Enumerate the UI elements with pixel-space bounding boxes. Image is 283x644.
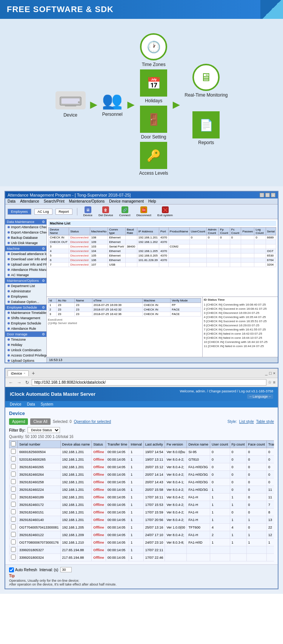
nav-back-btn[interactable]: ← [8, 380, 14, 386]
sidebar-download-user[interactable]: Download user info and Fp [5, 257, 46, 262]
sidebar-data-header[interactable]: Data Maintenance ⚙ [5, 219, 46, 224]
log-row-0[interactable]: 123232018-07-25 16:09:39CHECK INFP [48, 303, 201, 307]
language-btn[interactable]: -- Language -- [247, 394, 273, 399]
sidebar-export[interactable]: Export Attendance Checking Data [5, 230, 46, 235]
iclock-row-14[interactable]: 3399201800324217.65.194.88Offline00:00:1… [9, 554, 274, 561]
sidebar-employees[interactable]: Employees [5, 294, 46, 299]
iclock-row-12[interactable]: OGT70800067073000176192.168.1.210Offline… [9, 539, 274, 546]
sidebar-usb[interactable]: Usb Disk Manage [5, 240, 46, 246]
sidebar-dept[interactable]: Department List [5, 283, 46, 289]
close-btn[interactable]: × [271, 193, 275, 197]
menu-icon[interactable]: ≡ [273, 380, 275, 385]
nav-forward-btn[interactable]: → [16, 380, 23, 386]
sidebar-upload-user[interactable]: Upload user info and FP [5, 262, 46, 267]
nav-device[interactable]: Device [10, 402, 22, 406]
sidebar-import[interactable]: Import Attendance Checking Data [5, 224, 46, 230]
iclock-cb-12[interactable] [9, 539, 18, 546]
sidebar-access-priv[interactable]: Access Control Privilege [5, 353, 46, 358]
iclock-row-13[interactable]: 3399201805327217.65.194.88Offline00:00:1… [9, 546, 274, 554]
sidebar-unlock[interactable]: Unlock Combination [5, 347, 46, 353]
btn-exit-system[interactable]: ❌ Exit system [156, 206, 174, 218]
browser-maximize[interactable]: □ [269, 371, 272, 375]
interval-input[interactable] [60, 567, 72, 572]
iclock-row-7[interactable]: 3929182460172192.168.1.201Offline00:00:1… [9, 501, 274, 509]
iclock-cb-9[interactable] [9, 516, 18, 524]
sidebar-admin[interactable]: Administrator [5, 289, 46, 294]
sidebar-timetables[interactable]: Maintenance Timetables [5, 310, 46, 315]
nav-data[interactable]: Data [27, 402, 35, 406]
sidebar-timezone[interactable]: Timezone [5, 337, 46, 342]
sidebar-door-header[interactable]: Door manage ⚙ [5, 332, 46, 337]
log-row-1[interactable]: 223232018-07-25 16:42:32CHECK INFACE [48, 307, 201, 312]
nav-refresh-btn[interactable]: ↻ [24, 380, 30, 386]
sidebar-ac-manage[interactable]: AC Manage [5, 272, 46, 278]
iclock-cb-4[interactable] [9, 478, 18, 486]
iclock-cb-14[interactable] [9, 554, 18, 561]
sidebar-download-logs[interactable]: Download attendance logs [5, 251, 46, 257]
browser-tab-device[interactable]: iDevice × [8, 370, 29, 376]
sidebar-backup[interactable]: Backup Database [5, 235, 46, 240]
append-btn[interactable]: Append [9, 418, 28, 425]
tab-report[interactable]: Report [55, 209, 72, 215]
menu-help[interactable]: Help [148, 199, 156, 203]
iclock-row-11[interactable]: 3929182460122192.168.1.209Offline00:00:1… [9, 531, 274, 539]
sidebar-machine-header[interactable]: Machine ⚙ [5, 246, 46, 251]
iclock-row-10[interactable]: OGT70400570413300081192.168.1.205Offline… [9, 524, 274, 531]
select-all-cb[interactable] [11, 441, 16, 446]
iclock-cb-1[interactable] [9, 456, 18, 463]
iclock-row-5[interactable]: 3929182460224192.168.1.201Offline00:00:1… [9, 486, 274, 493]
machine-row-1[interactable]: CHECK OUTDisconnected109Ethernet192.168.… [49, 240, 276, 244]
iclock-cb-5[interactable] [9, 486, 18, 493]
star-icon[interactable]: ☆ [268, 380, 272, 385]
clear-all-btn[interactable]: Clear All [30, 418, 50, 425]
iclock-cb-2[interactable] [9, 463, 18, 471]
machine-row-2[interactable]: 3Disconnected103Serial Port/38400COM2 [49, 244, 276, 249]
sidebar-db-option[interactable]: Database Option... [5, 299, 46, 304]
iclock-cb-11[interactable] [9, 531, 18, 539]
browser-url-input[interactable] [32, 379, 266, 386]
sidebar-maintenance-header[interactable]: Maintenance/Options ⚙ [5, 278, 46, 283]
sidebar-upload-options[interactable]: Upload Options [5, 358, 46, 363]
sidebar-att-rule[interactable]: Attendance Rule [5, 326, 46, 331]
browser-tab-close-icon[interactable]: × [24, 372, 26, 375]
iclock-row-4[interactable]: 3929182460258192.168.1.201Offline00:00:1… [9, 478, 274, 486]
iclock-row-3[interactable]: 3929182460264192.168.1.201Offline00:00:1… [9, 471, 274, 478]
iclock-cb-6[interactable] [9, 493, 18, 501]
menu-maintenance[interactable]: Maintenance/Options [69, 199, 105, 203]
btn-del-device[interactable]: 🗑 Del Device [97, 206, 115, 218]
sidebar-photo-mgmt[interactable]: Attendance Photo Management [5, 267, 46, 272]
iclock-row-1[interactable]: 52031824600265192.168.1.201Offline00:00:… [9, 456, 274, 463]
machine-row-6[interactable]: 7Disconnected107USB3204 [49, 263, 276, 267]
iclock-cb-10[interactable] [9, 524, 18, 531]
tab-ac-log[interactable]: AC Log [34, 209, 52, 215]
tab-employees[interactable]: Employees [8, 209, 31, 215]
iclock-cb-3[interactable] [9, 471, 18, 478]
menu-device-mgmt[interactable]: Device management [109, 199, 144, 203]
browser-minimize[interactable]: _ [265, 371, 268, 375]
new-tab-icon[interactable]: + [30, 370, 36, 376]
filter-select[interactable]: Device Status [28, 427, 60, 433]
style-table[interactable]: Table style [256, 420, 274, 424]
iclock-row-0[interactable]: 66691825600504192.168.1.201Offline00:00:… [9, 448, 274, 456]
iclock-cb-0[interactable] [9, 448, 18, 456]
maximize-btn[interactable]: □ [265, 193, 270, 197]
iclock-cb-8[interactable] [9, 509, 18, 516]
iclock-row-6[interactable]: 3929182460189192.168.1.201Offline00:00:1… [9, 493, 274, 501]
browser-close[interactable]: × [273, 371, 275, 375]
minimize-btn[interactable]: _ [260, 193, 264, 197]
sidebar-schedule-header[interactable]: Employee Schedule ⚙ [5, 305, 46, 310]
sidebar-shifts[interactable]: Shifts Management [5, 315, 46, 321]
style-list[interactable]: List style [239, 420, 254, 424]
menu-data[interactable]: Data [8, 199, 15, 203]
nav-system[interactable]: System [41, 402, 53, 406]
btn-device[interactable]: 🖥 Device [82, 206, 94, 218]
menu-search-print[interactable]: Search/Print [44, 199, 65, 203]
sidebar-holiday[interactable]: Holiday [5, 342, 46, 347]
iclock-cb-13[interactable] [9, 546, 18, 554]
machine-row-4[interactable]: 5Disconnected105Ethernet192.168.0.205437… [49, 254, 276, 258]
machine-row-0[interactable]: CHECK INDisconnected108Ethernet192.168.1… [49, 235, 276, 240]
iclock-row-2[interactable]: 3929182460265192.168.1.201Offline00:00:1… [9, 463, 274, 471]
machine-row-5[interactable]: 6Disconnected106Ethernet101.81.228.39437… [49, 258, 276, 263]
iclock-row-8[interactable]: 3929182460151192.168.1.201Offline00:00:1… [9, 509, 274, 516]
iclock-cb-7[interactable] [9, 501, 18, 509]
